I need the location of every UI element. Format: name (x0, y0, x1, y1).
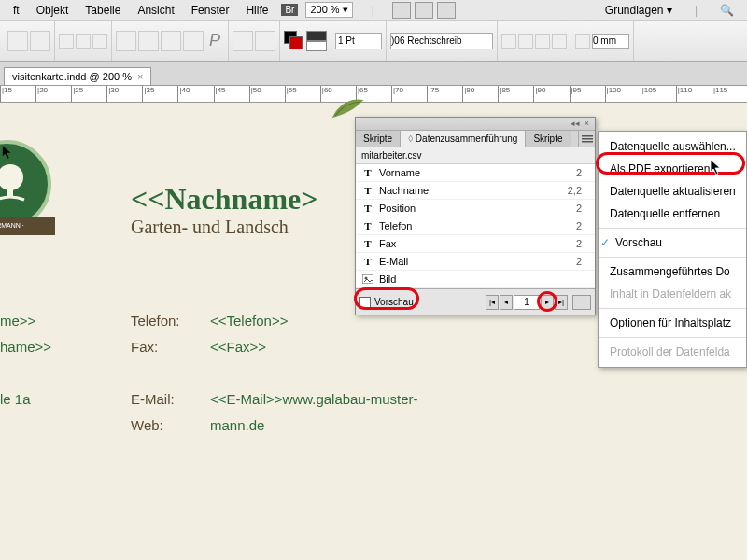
tab-skripte-2[interactable]: Skripte (526, 131, 571, 147)
field-name: E-Mail (379, 256, 576, 267)
field-name: Nachname (379, 185, 568, 196)
para-align-icon[interactable] (501, 34, 516, 49)
frame-icon[interactable] (7, 31, 28, 51)
effects-icon[interactable] (233, 31, 253, 51)
panel-menu-button[interactable] (578, 131, 595, 147)
card-values: <<Telefon>><<Fax>> <<E-Mail>>www.galabau… (210, 308, 418, 439)
data-merge-panel: ◂◂ × Skripte ◊ Datenzusammenführung Skri… (355, 117, 596, 315)
document-tab[interactable]: visitenkarte.indd @ 200 % × (4, 67, 151, 85)
merge-button[interactable] (572, 295, 591, 310)
panel-header[interactable]: ◂◂ × (356, 118, 595, 131)
card-subtitle: Garten- und Landsch (131, 217, 289, 238)
control-toolbar: P (0, 21, 747, 62)
flyout-item[interactable]: Zusammengeführtes Do (599, 260, 746, 283)
logo-banner: TERMANN · (0, 217, 55, 235)
menu-item[interactable]: Tabelle (77, 4, 129, 17)
menu-item[interactable]: ft (5, 4, 28, 17)
field-row[interactable]: Bild (356, 271, 595, 288)
flyout-item[interactable]: Vorschau (599, 231, 746, 254)
cursor-icon (2, 145, 13, 160)
field-row[interactable]: TNachname2,2 (356, 182, 595, 200)
svg-rect-2 (582, 135, 593, 137)
document-tab-title: visitenkarte.indd @ 200 % (12, 71, 132, 82)
prev-record-button[interactable]: ◂ (500, 295, 513, 310)
next-record-button[interactable]: ▸ (541, 295, 554, 310)
arrange-icon[interactable] (437, 2, 456, 19)
align-icon[interactable] (76, 34, 91, 49)
field-name: Bild (379, 273, 582, 285)
fill-stroke-swatch[interactable] (284, 31, 304, 51)
search-icon[interactable]: 🔍 (712, 4, 742, 17)
first-record-button[interactable]: |◂ (486, 295, 499, 310)
field-row[interactable]: TPosition2 (356, 200, 595, 217)
field-value: 2,2 (568, 185, 582, 196)
field-row[interactable]: TVorname2 (356, 164, 595, 182)
para-align-icon[interactable] (552, 34, 567, 49)
collapse-icon[interactable]: ◂◂ (570, 119, 580, 129)
field-row[interactable]: TFax2 (356, 235, 595, 253)
svg-rect-4 (582, 141, 593, 143)
text-field-icon: T (361, 203, 374, 213)
menu-item[interactable]: Fenster (183, 4, 238, 17)
stroke-style[interactable] (306, 31, 327, 51)
text-field-icon: T (361, 221, 374, 231)
text-field-icon: T (361, 168, 374, 177)
field-row[interactable]: TTelefon2 (356, 217, 595, 235)
field-row[interactable]: TE-Mail2 (356, 253, 595, 271)
tool-icon[interactable] (138, 31, 159, 51)
workspace-select[interactable]: Grundlagen ▾ (597, 4, 681, 17)
indent-input[interactable] (592, 34, 629, 49)
card-left-fields: me>>hame>> le 1a (0, 308, 51, 413)
frame-icon[interactable] (30, 31, 50, 51)
paragraph-icon: P (205, 31, 224, 50)
flyout-item: Protokoll der Datenfelda (599, 341, 746, 363)
text-field-icon: T (361, 257, 374, 266)
screen-mode-icon[interactable] (415, 2, 433, 19)
language-select[interactable] (390, 33, 493, 49)
field-value: 2 (576, 203, 582, 214)
field-value: 2 (576, 256, 582, 267)
highlight-next (537, 291, 557, 312)
field-name: Position (379, 203, 576, 214)
flyout-item: Inhalt in Datenfeldern ak (599, 283, 746, 305)
field-value: 2 (576, 167, 582, 178)
bridge-button[interactable]: Br (281, 4, 298, 16)
field-name: Vorname (379, 167, 576, 178)
field-value: 2 (576, 238, 582, 249)
image-field-icon (361, 274, 374, 284)
field-name: Fax (379, 238, 576, 249)
field-list: TVorname2TNachname2,2TPosition2TTelefon2… (356, 164, 595, 288)
close-tab-icon[interactable]: × (137, 71, 143, 82)
tool-icon[interactable] (161, 31, 181, 51)
view-mode-icon[interactable] (392, 2, 411, 19)
align-icon[interactable] (92, 34, 107, 49)
tool-icon[interactable] (116, 31, 136, 51)
effects-icon[interactable] (255, 31, 275, 51)
flyout-item[interactable]: Optionen für Inhaltsplatz (599, 312, 746, 334)
flyout-item[interactable]: Datenquelle entfernen (599, 203, 746, 225)
para-align-icon[interactable] (535, 34, 550, 49)
tab-skripte[interactable]: Skripte (356, 131, 401, 147)
close-panel-icon[interactable]: × (582, 119, 592, 129)
flyout-item[interactable]: Datenquelle aktualisieren (599, 180, 746, 203)
data-source-label: mitarbeiter.csv (356, 147, 595, 164)
card-labels: Telefon:Fax: E-Mail:Web: (131, 308, 180, 439)
text-field-icon: T (361, 239, 374, 248)
zoom-select[interactable]: 200 % ▾ (305, 2, 352, 18)
menu-item[interactable]: Objekt (28, 4, 78, 17)
highlight-preview (354, 287, 419, 310)
field-name: Telefon (379, 220, 576, 231)
align-icon[interactable] (59, 34, 74, 49)
document-tab-bar: visitenkarte.indd @ 200 % × (0, 62, 747, 86)
tab-data-merge[interactable]: ◊ Datenzusammenführung (401, 131, 526, 147)
tool-icon[interactable] (183, 31, 204, 51)
indent-icon[interactable] (575, 34, 590, 49)
highlight-export-pdf (596, 152, 745, 175)
menu-item[interactable]: Ansicht (129, 4, 182, 17)
record-number-input[interactable] (514, 295, 540, 310)
text-field-icon: T (361, 186, 374, 195)
stroke-weight-input[interactable] (335, 33, 382, 49)
svg-point-0 (0, 164, 23, 190)
menu-item[interactable]: Hilfe (237, 4, 276, 17)
para-align-icon[interactable] (518, 34, 533, 49)
